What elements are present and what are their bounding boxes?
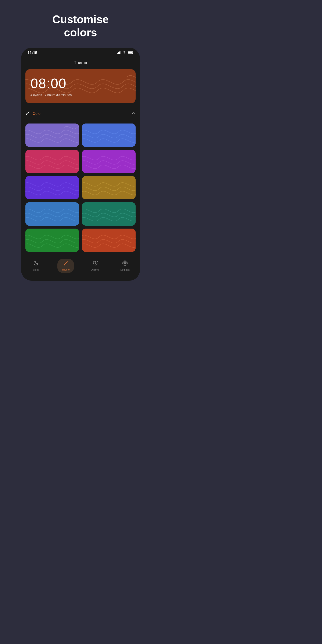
svg-rect-1 — [118, 52, 119, 54]
color-swatch-lavender[interactable] — [26, 124, 79, 147]
battery-icon — [128, 51, 134, 55]
svg-rect-9 — [26, 150, 79, 173]
color-label: Color — [32, 112, 42, 116]
signal-icon — [117, 51, 121, 55]
svg-rect-15 — [26, 228, 79, 252]
svg-point-18 — [124, 262, 126, 264]
nav-item-theme[interactable]: Theme — [51, 259, 80, 273]
svg-rect-8 — [82, 124, 136, 147]
svg-rect-10 — [82, 150, 136, 173]
brush-icon — [26, 111, 30, 116]
clock-card[interactable]: 08:00 4 cycles · 7 hours 30 minutes — [26, 69, 136, 103]
color-swatch-gold[interactable] — [82, 176, 136, 199]
color-swatch-cornflower[interactable] — [26, 202, 79, 226]
svg-rect-0 — [117, 53, 118, 54]
svg-rect-5 — [132, 52, 133, 53]
status-icons — [117, 51, 134, 55]
svg-rect-6 — [128, 52, 132, 53]
svg-rect-12 — [82, 176, 136, 199]
clock-subtitle: 4 cycles · 7 hours 30 minutes — [30, 93, 130, 96]
nav-item-sleep[interactable]: Sleep — [21, 260, 51, 271]
clock-time: 08:00 — [30, 76, 130, 91]
svg-rect-14 — [82, 202, 136, 226]
nav-label-theme: Theme — [62, 268, 70, 271]
svg-rect-13 — [26, 202, 79, 226]
svg-rect-11 — [26, 176, 79, 199]
phone-frame: 11:15 — [21, 48, 140, 281]
nav-label-settings: Settings — [120, 268, 130, 271]
color-swatch-green[interactable] — [26, 228, 79, 252]
page-title: Customise colors — [52, 13, 109, 39]
alarms-icon — [92, 260, 98, 267]
theme-icon — [63, 260, 68, 267]
svg-rect-3 — [120, 51, 121, 54]
nav-label-alarms: Alarms — [91, 268, 99, 271]
color-section: Color — [21, 108, 140, 256]
svg-rect-16 — [82, 228, 136, 252]
sleep-icon — [33, 260, 39, 267]
chevron-up-icon[interactable] — [131, 111, 136, 116]
nav-item-settings[interactable]: Settings — [110, 260, 140, 271]
color-grid — [26, 124, 136, 256]
color-swatch-purple[interactable] — [82, 150, 136, 173]
nav-label-sleep: Sleep — [33, 268, 40, 271]
color-header: Color — [26, 108, 136, 120]
settings-icon — [122, 260, 128, 267]
status-bar: 11:15 — [21, 48, 140, 57]
color-swatch-blue[interactable] — [82, 124, 136, 147]
color-swatch-rust[interactable] — [82, 228, 136, 252]
screen-title: Theme — [21, 57, 140, 69]
color-swatch-pink[interactable] — [26, 150, 79, 173]
bottom-nav: Sleep Theme Alarms — [21, 256, 140, 277]
nav-item-alarms[interactable]: Alarms — [80, 260, 110, 271]
svg-rect-2 — [119, 52, 120, 54]
color-swatch-violet[interactable] — [26, 176, 79, 199]
status-time: 11:15 — [28, 51, 37, 55]
wifi-icon — [122, 51, 126, 55]
svg-rect-7 — [26, 124, 79, 147]
color-header-left: Color — [26, 111, 42, 116]
color-swatch-teal[interactable] — [82, 202, 136, 226]
